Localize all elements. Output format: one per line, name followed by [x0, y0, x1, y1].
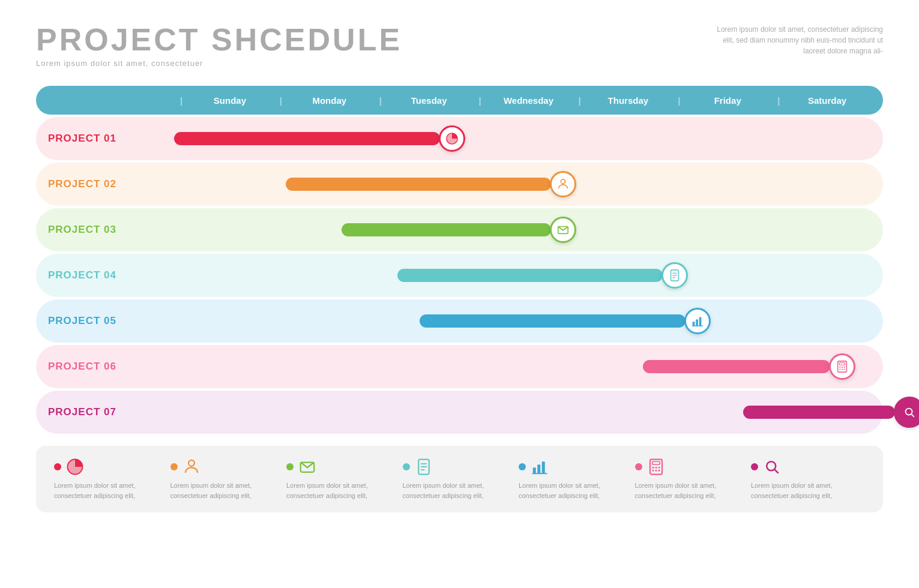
- svg-line-41: [774, 469, 778, 473]
- header: PROJECT SHCEDULE Lorem ipsum dolor sit a…: [36, 24, 883, 68]
- cell-r3-c5: [579, 208, 681, 251]
- cell-r4-c1: [174, 254, 276, 297]
- cell-r2-c1: [174, 163, 276, 206]
- svg-point-34: [652, 467, 654, 469]
- legend-item-2: Lorem ipsum dolor sit amet, consectetuer…: [170, 458, 285, 500]
- page: PROJECT SHCEDULE Lorem ipsum dolor sit a…: [0, 0, 919, 588]
- legend-icon-row-7: [751, 458, 781, 476]
- legend-item-3: Lorem ipsum dolor sit amet, consectetuer…: [286, 458, 400, 500]
- mail-icon: [556, 223, 570, 236]
- svg-point-13: [839, 367, 840, 368]
- description: Lorem ipsum dolor sit amet, consectetuer…: [715, 24, 883, 56]
- legend-search-icon: [763, 458, 781, 476]
- svg-point-22: [188, 460, 194, 466]
- project-label-2: PROJECT 02: [36, 178, 174, 190]
- schedule-container: Sunday Monday Tuesday Wednesday Thursday…: [36, 86, 883, 434]
- cell-r6-c3: [376, 345, 478, 388]
- legend-icon-row-4: [403, 458, 433, 476]
- cell-r3-c1: [174, 208, 276, 251]
- svg-rect-9: [699, 317, 701, 326]
- legend-item-1: Lorem ipsum dolor sit amet, consectetuer…: [54, 458, 168, 500]
- cell-r6-c2: [276, 345, 377, 388]
- svg-point-16: [839, 368, 840, 370]
- gantt-bar-1: [174, 132, 466, 145]
- svg-rect-29: [537, 464, 540, 473]
- cell-r7-c3: [376, 391, 478, 434]
- svg-point-15: [844, 367, 845, 368]
- cell-r7-c5: [579, 391, 681, 434]
- legend-mail-icon: [298, 458, 316, 476]
- cell-r1-c4: [478, 117, 579, 160]
- cell-r1-c6: [681, 117, 782, 160]
- svg-point-1: [561, 179, 565, 184]
- legend-text-5: Lorem ipsum dolor sit amet, consectetuer…: [519, 481, 633, 500]
- title-block: PROJECT SHCEDULE Lorem ipsum dolor sit a…: [36, 24, 402, 68]
- pie-chart-icon: [445, 132, 459, 145]
- project-row-3: PROJECT 03: [36, 208, 883, 251]
- legend-item-5: Lorem ipsum dolor sit amet, consectetuer…: [519, 458, 633, 500]
- project-row-7: PROJECT 07: [36, 391, 883, 434]
- cell-r3-c7: [782, 208, 883, 251]
- schedule-header: Sunday Monday Tuesday Wednesday Thursday…: [36, 86, 883, 115]
- cell-r5-c7: [782, 299, 883, 343]
- svg-point-37: [652, 470, 654, 472]
- legend-dot-3: [286, 463, 294, 470]
- project-row-5: PROJECT 05: [36, 299, 883, 343]
- svg-rect-30: [542, 461, 545, 473]
- svg-point-38: [655, 470, 657, 472]
- legend-icon-row-1: [54, 458, 84, 476]
- legend-bar-chart-icon: [531, 458, 549, 476]
- gantt-bar-4: [397, 269, 690, 282]
- legend-text-3: Lorem ipsum dolor sit amet, consectetuer…: [286, 481, 400, 500]
- legend-dot-2: [170, 463, 178, 470]
- svg-rect-12: [840, 363, 845, 365]
- document-icon: [668, 269, 681, 282]
- legend: Lorem ipsum dolor sit amet, consectetuer…: [36, 446, 883, 512]
- svg-point-14: [842, 367, 843, 368]
- cell-r4-c7: [782, 254, 883, 297]
- project-row-2: PROJECT 02: [36, 163, 883, 206]
- day-sunday: Sunday: [180, 95, 280, 106]
- svg-point-36: [658, 467, 660, 469]
- legend-text-4: Lorem ipsum dolor sit amet, consectetuer…: [403, 481, 517, 500]
- person-icon: [556, 178, 570, 191]
- cell-r4-c2: [276, 254, 377, 297]
- cell-r5-c1: [174, 299, 276, 343]
- cell-r7-c2: [276, 391, 377, 434]
- cell-r6-c4: [478, 345, 579, 388]
- legend-dot-4: [403, 463, 410, 470]
- cell-r2-c6: [681, 163, 782, 206]
- legend-document-icon: [415, 458, 433, 476]
- legend-text-6: Lorem ipsum dolor sit amet, consectetuer…: [635, 481, 749, 500]
- day-saturday: Saturday: [777, 95, 877, 106]
- day-monday: Monday: [280, 95, 379, 106]
- cell-r2-c7: [782, 163, 883, 206]
- svg-point-17: [842, 368, 843, 370]
- legend-item-6: Lorem ipsum dolor sit amet, consectetuer…: [635, 458, 749, 500]
- svg-point-39: [658, 470, 660, 472]
- gantt-bar-7: [743, 406, 919, 419]
- project-row-1: PROJECT 01: [36, 117, 883, 160]
- legend-icon-row-5: [519, 458, 549, 476]
- project-row-6: PROJECT 06: [36, 345, 883, 388]
- legend-person-icon: [182, 458, 200, 476]
- project-label-6: PROJECT 06: [36, 361, 174, 373]
- day-friday: Friday: [678, 95, 777, 106]
- day-wednesday: Wednesday: [479, 95, 579, 106]
- project-label-4: PROJECT 04: [36, 269, 174, 281]
- subtitle: Lorem ipsum dolor sit amet, consectetuer: [36, 59, 402, 68]
- legend-dot-1: [54, 463, 61, 470]
- legend-dot-5: [519, 463, 526, 470]
- gantt-bar-6: [643, 360, 857, 373]
- legend-text-7: Lorem ipsum dolor sit amet, consectetuer…: [751, 481, 865, 500]
- svg-rect-33: [652, 461, 660, 464]
- cell-r4-c6: [681, 254, 782, 297]
- cell-r7-c1: [174, 391, 276, 434]
- gantt-bar-3: [342, 223, 578, 236]
- search-icon: [903, 406, 916, 419]
- legend-item-4: Lorem ipsum dolor sit amet, consectetuer…: [403, 458, 517, 500]
- legend-text-2: Lorem ipsum dolor sit amet, consectetuer…: [170, 481, 285, 500]
- svg-line-20: [911, 414, 914, 416]
- project-label-5: PROJECT 05: [36, 315, 174, 327]
- legend-icon-row-3: [286, 458, 316, 476]
